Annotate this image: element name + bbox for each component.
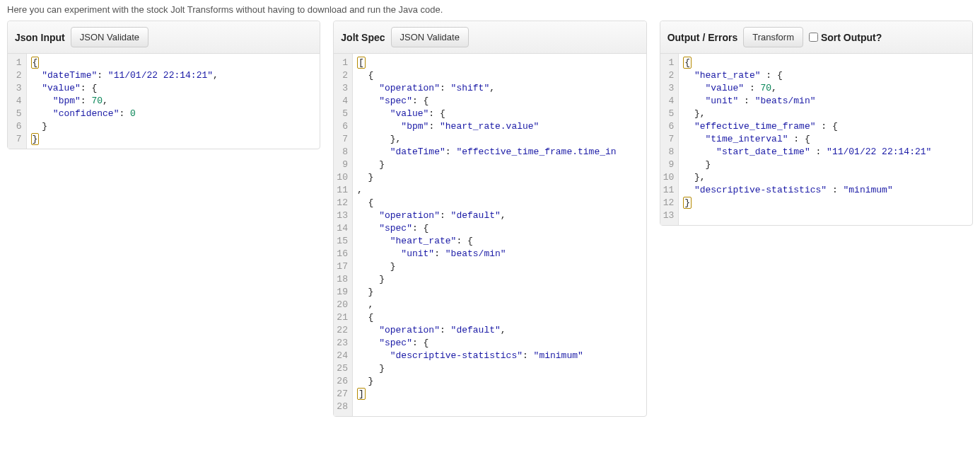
code-token xyxy=(357,121,401,132)
code-token: { xyxy=(684,57,690,68)
output-code[interactable]: { "heart_rate" : { "value" : 70, "unit" … xyxy=(679,54,972,225)
transform-button[interactable]: Transform xyxy=(743,27,803,47)
code-token: "beats/min" xyxy=(755,96,816,106)
code-token xyxy=(357,210,379,221)
code-token: { xyxy=(440,108,445,119)
code-token: "bpm" xyxy=(401,121,428,132)
sort-output-toggle[interactable]: Sort Output? xyxy=(809,32,882,43)
code-token: "bpm" xyxy=(53,96,81,106)
code-token xyxy=(357,108,390,119)
code-token xyxy=(357,338,379,348)
code-token: , xyxy=(103,96,108,106)
code-token xyxy=(357,197,368,208)
output-gutter: 1 2 3 4 5 6 7 8 9 10 11 12 13 xyxy=(660,54,679,225)
code-token xyxy=(357,223,379,234)
code-token: : xyxy=(445,146,457,157)
code-token: { xyxy=(368,312,374,323)
sort-output-checkbox[interactable] xyxy=(809,33,818,42)
json-input-title: Json Input xyxy=(15,32,65,43)
output-editor[interactable]: 1 2 3 4 5 6 7 8 9 10 11 12 13 { "heart_r… xyxy=(660,54,972,225)
code-token: } xyxy=(42,121,47,132)
code-token: "operation" xyxy=(379,210,440,221)
code-token: : xyxy=(428,108,440,119)
bracket-highlight: ] xyxy=(357,388,366,400)
code-token: : xyxy=(761,70,777,81)
bracket-highlight: } xyxy=(31,133,40,145)
code-token: : xyxy=(744,83,760,93)
code-token: : xyxy=(412,223,424,234)
code-token: : xyxy=(456,236,467,246)
code-token xyxy=(357,236,390,246)
code-token xyxy=(357,325,379,335)
json-input-validate-button[interactable]: JSON Validate xyxy=(71,27,148,47)
code-token: "operation" xyxy=(379,83,440,93)
code-token: "beats/min" xyxy=(445,248,506,259)
code-token: , xyxy=(357,299,373,310)
code-token: "default" xyxy=(451,325,501,335)
code-token: : xyxy=(523,350,534,361)
code-token: "heart_rate" xyxy=(694,70,761,81)
code-token xyxy=(31,121,42,132)
jolt-spec-code[interactable]: [ { "operation": "shift", "spec": { "val… xyxy=(353,54,646,416)
code-token: } xyxy=(390,261,396,272)
code-token xyxy=(357,261,390,272)
output-panel: Output / Errors Transform Sort Output? 1… xyxy=(660,21,973,226)
bracket-highlight: { xyxy=(31,57,40,69)
code-token: : xyxy=(97,70,108,81)
code-token: "unit" xyxy=(705,96,738,106)
code-token: , xyxy=(771,83,777,93)
code-token: : xyxy=(810,146,827,157)
code-token xyxy=(683,121,694,132)
code-token: { xyxy=(424,223,429,234)
jolt-spec-validate-button[interactable]: JSON Validate xyxy=(391,27,469,47)
jolt-spec-editor[interactable]: 1 2 3 4 5 6 7 8 9 10 11 12 13 14 15 16 1… xyxy=(334,54,646,416)
code-token: ] xyxy=(358,389,364,399)
code-token xyxy=(357,363,379,374)
bracket-highlight: } xyxy=(683,197,692,209)
code-token: "unit" xyxy=(401,248,434,259)
code-token: { xyxy=(832,121,838,132)
code-token: , xyxy=(700,108,706,119)
intro-text: Here you can experiment with the stock J… xyxy=(7,4,973,15)
code-token: "11/01/22 22:14:21" xyxy=(108,70,213,81)
code-token: : xyxy=(412,338,424,348)
code-token: "value" xyxy=(390,108,429,119)
code-token: "default" xyxy=(451,210,501,221)
code-token: { xyxy=(33,57,38,68)
code-token: : xyxy=(81,83,92,93)
code-token: { xyxy=(805,134,810,144)
code-token: "minimum" xyxy=(844,185,893,195)
code-token: "effective_time_frame.time_in xyxy=(456,146,616,157)
code-token xyxy=(683,172,694,183)
code-token xyxy=(357,274,379,284)
code-token: : xyxy=(428,121,440,132)
json-input-editor[interactable]: 1 2 3 4 5 6 7 { "dateTime": "11/01/22 22… xyxy=(8,54,320,149)
code-token: : xyxy=(440,83,451,93)
code-token: "shift" xyxy=(451,83,490,93)
json-input-code[interactable]: { "dateTime": "11/01/22 22:14:21", "valu… xyxy=(27,54,320,149)
code-token: 70 xyxy=(761,83,772,93)
code-token: "operation" xyxy=(379,325,440,335)
json-input-header: Json Input JSON Validate xyxy=(8,21,320,54)
code-token xyxy=(683,159,705,170)
code-token: 0 xyxy=(130,108,136,119)
code-token xyxy=(31,96,53,106)
code-token: , xyxy=(501,325,506,335)
code-token xyxy=(31,108,53,119)
code-token: "minimum" xyxy=(534,350,583,361)
code-token: } xyxy=(368,376,374,386)
code-token: { xyxy=(424,338,429,348)
code-token: : xyxy=(412,96,424,106)
code-token: "value" xyxy=(42,83,81,93)
jolt-spec-header: Jolt Spec JSON Validate xyxy=(334,21,646,54)
code-token: , xyxy=(489,83,495,93)
code-token xyxy=(357,146,390,157)
code-token: } xyxy=(379,159,385,170)
code-token: "descriptive-statistics" xyxy=(694,185,827,195)
code-token: : xyxy=(434,248,445,259)
code-token xyxy=(357,287,368,297)
code-token xyxy=(357,159,379,170)
code-token: "confidence" xyxy=(53,108,119,119)
code-token: , xyxy=(501,210,506,221)
json-input-gutter: 1 2 3 4 5 6 7 xyxy=(8,54,27,149)
